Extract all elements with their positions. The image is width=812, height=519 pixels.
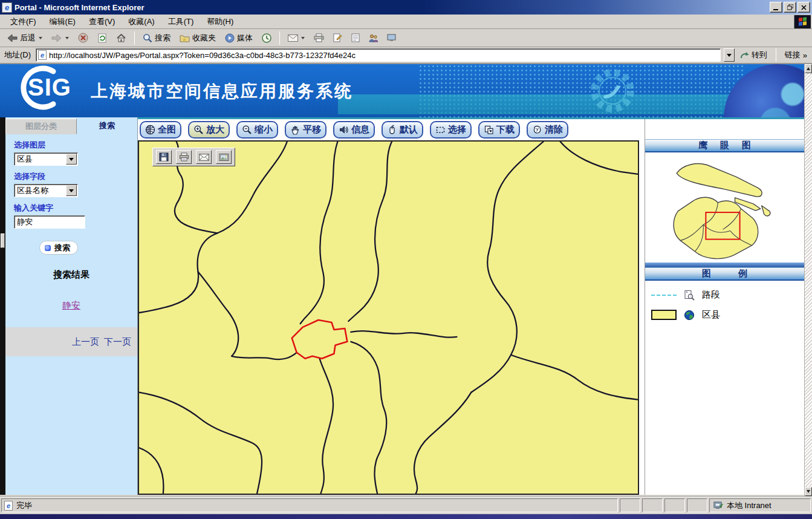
back-dropdown-icon[interactable] (39, 37, 42, 39)
district-layer-icon (684, 310, 695, 321)
zoom-in-button[interactable]: 放大 (188, 121, 230, 139)
save-map-button[interactable] (156, 150, 172, 164)
search-label: 搜索 (155, 33, 171, 44)
links-button[interactable]: 链接 » (782, 50, 810, 60)
district-fill-swatch (651, 310, 677, 320)
intranet-zone-icon (713, 501, 723, 510)
close-button[interactable] (797, 2, 810, 13)
forward-dropdown-icon[interactable] (65, 37, 69, 39)
layer-select[interactable]: 区县 (14, 152, 78, 166)
search-results-title: 搜索结果 (5, 269, 137, 281)
clear-button[interactable]: 清除 (527, 121, 568, 139)
page-scrollbar[interactable] (804, 64, 812, 496)
legend-item-roads[interactable]: 路段 (651, 289, 804, 301)
left-edge-strip (0, 117, 5, 495)
pan-hand-icon (290, 125, 300, 135)
info-speaker-icon (339, 125, 349, 135)
field-select-arrow-icon[interactable] (66, 185, 77, 196)
media-button[interactable]: 媒体 (221, 30, 257, 46)
print-button[interactable] (310, 30, 328, 46)
menu-help[interactable]: 帮助(H) (200, 15, 240, 29)
info-label: 信息 (351, 124, 369, 135)
address-dropdown-button[interactable] (724, 48, 735, 62)
menu-file[interactable]: 文件(F) (4, 15, 43, 29)
right-panel: 鹰眼图 (645, 119, 804, 495)
download-label: 下载 (496, 124, 515, 135)
favorites-button[interactable]: 收藏夹 (175, 30, 220, 46)
search-result-link[interactable]: 静安 (5, 300, 137, 312)
full-extent-button[interactable]: 全图 (140, 121, 181, 139)
forward-button[interactable] (47, 30, 73, 46)
map-and-panels: 全图 放大 缩小 平移 (138, 117, 804, 495)
scroll-down-button[interactable] (805, 487, 812, 496)
edit-button[interactable] (329, 30, 346, 46)
banner-title: 上海城市空间信息应用服务系统 (91, 80, 353, 103)
close-icon (801, 5, 807, 10)
refresh-button[interactable] (93, 30, 111, 46)
export-image-button[interactable] (216, 150, 232, 164)
status-cell-4 (687, 498, 707, 512)
legend-item-districts[interactable]: 区县 (651, 309, 804, 321)
map-canvas[interactable] (138, 140, 639, 495)
scroll-up-button[interactable] (805, 64, 812, 73)
field-select-value: 区县名称 (15, 185, 65, 196)
address-url: http://localhost/JW/Pages/Portal.aspx?To… (49, 51, 356, 60)
title-bar: e Portal - Microsoft Internet Explorer (0, 0, 812, 15)
next-page-link[interactable]: 下一页 (104, 336, 131, 348)
sig-logo-text: SIG (28, 74, 71, 101)
layer-select-arrow-icon[interactable] (66, 154, 77, 165)
address-input[interactable]: e http://localhost/JW/Pages/Portal.aspx?… (36, 48, 721, 62)
security-zone-panel: 本地 Intranet (709, 498, 811, 512)
mail-dropdown-icon[interactable] (301, 37, 305, 39)
panel-separator (645, 263, 804, 267)
download-button[interactable]: 下载 (478, 121, 520, 139)
menu-tools[interactable]: 工具(T) (161, 15, 201, 29)
ie-logo-icon: e (2, 2, 12, 13)
back-button[interactable]: 后退 (2, 30, 47, 46)
info-button[interactable]: 信息 (333, 121, 375, 139)
menu-favorites[interactable]: 收藏(A) (122, 15, 161, 29)
overview-map[interactable] (645, 152, 804, 263)
back-label: 后退 (20, 33, 36, 44)
dropdown-arrow-icon (727, 54, 732, 57)
history-button[interactable] (258, 30, 276, 46)
keyword-input[interactable] (14, 215, 85, 229)
menu-edit[interactable]: 编辑(E) (43, 15, 82, 29)
legend-districts-label: 区县 (702, 309, 720, 321)
home-icon (116, 33, 126, 42)
tab-search[interactable]: 搜索 (77, 119, 137, 134)
restore-icon (787, 4, 793, 10)
messenger-button[interactable] (365, 30, 382, 46)
default-button[interactable]: 默认 (382, 121, 423, 139)
sidebar-search-button[interactable]: 搜索 (39, 241, 78, 255)
pan-button[interactable]: 平移 (285, 121, 326, 139)
prev-page-link[interactable]: 上一页 (72, 336, 99, 348)
image-icon (219, 153, 229, 162)
minimize-button[interactable] (770, 2, 782, 13)
email-map-button[interactable] (196, 150, 212, 164)
go-button[interactable]: 转到 (738, 50, 770, 60)
search-bullet-icon (45, 245, 51, 251)
status-cell-3 (664, 498, 685, 512)
stop-button[interactable] (74, 30, 93, 46)
zone-text: 本地 Intranet (727, 500, 771, 511)
zoom-out-button[interactable]: 缩小 (236, 121, 278, 139)
restore-button[interactable] (784, 2, 796, 13)
layer-select-value: 区县 (15, 154, 65, 165)
address-label: 地址(D) (2, 50, 33, 60)
mail-button[interactable] (284, 30, 309, 46)
panel-resize-handle[interactable] (1, 233, 5, 248)
status-bar: e 完毕 本地 Intranet (0, 496, 812, 514)
forward-arrow-icon (51, 34, 62, 42)
discuss-button[interactable] (347, 30, 364, 46)
fullscreen-button[interactable] (383, 30, 400, 46)
home-button[interactable] (112, 30, 131, 46)
search-button[interactable]: 搜索 (138, 30, 175, 46)
select-button[interactable]: 选择 (430, 121, 472, 139)
print-map-button[interactable] (176, 150, 192, 164)
menu-view[interactable]: 查看(V) (82, 15, 122, 29)
stop-icon (78, 33, 88, 43)
tab-layer-categories[interactable]: 图层分类 (5, 119, 77, 134)
zoom-out-icon (242, 125, 252, 135)
field-select[interactable]: 区县名称 (14, 184, 78, 197)
